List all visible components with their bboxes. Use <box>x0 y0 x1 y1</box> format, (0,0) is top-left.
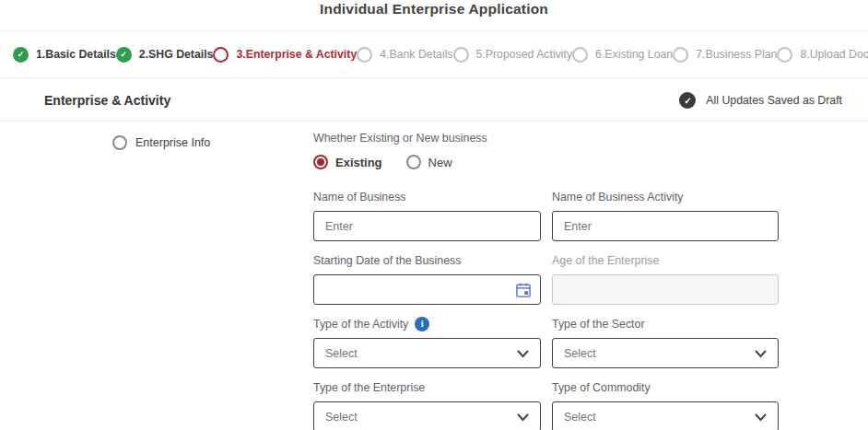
radio-existing[interactable]: Existing <box>313 155 382 169</box>
select-value: Select <box>564 411 596 424</box>
step-label: 1.Basic Details <box>36 48 116 61</box>
radio-new-label: New <box>428 156 452 169</box>
chevron-down-icon <box>517 409 529 425</box>
field-type-of-activity: Type of the Activity i Select <box>313 317 541 368</box>
enterprise-info-radio[interactable]: Enterprise Info <box>112 135 210 150</box>
radio-selected-icon[interactable] <box>313 155 328 169</box>
radio-new[interactable]: New <box>406 155 452 169</box>
step-label: 8.Upload Document <box>800 48 868 61</box>
step-label: 2.SHG Details <box>139 48 214 61</box>
check-circle-icon: ✓ <box>116 47 132 63</box>
select-value: Select <box>325 347 358 360</box>
field-type-of-commodity: Type of Commodity Select <box>552 380 779 430</box>
field-label: Name of Business Activity <box>552 191 684 203</box>
saved-draft-text: All Updates Saved as Draft <box>706 94 842 107</box>
type-of-commodity-select[interactable]: Select <box>552 401 779 430</box>
calendar-icon[interactable] <box>514 281 533 299</box>
field-name-of-business-activity: Name of Business Activity <box>552 190 779 241</box>
field-label: Type of Commodity <box>552 381 651 394</box>
pending-step-circle-icon <box>572 47 588 63</box>
page-header: Individual Enterprise Application <box>0 0 868 30</box>
field-label: Type of the Activity <box>313 318 408 331</box>
field-label: Starting Date of the Business <box>313 254 461 267</box>
fields-grid: Name of Business Name of Business Activi… <box>313 190 780 430</box>
step-basic-details[interactable]: ✓ 1.Basic Details <box>13 47 116 63</box>
chevron-down-icon <box>755 345 767 362</box>
step-label: 6.Existing Loan <box>595 48 673 61</box>
step-existing-loan[interactable]: 6.Existing Loan <box>572 47 673 63</box>
select-value: Select <box>325 411 358 424</box>
select-value: Select <box>564 347 596 360</box>
step-label: 7.Business Plan <box>696 48 777 61</box>
type-of-activity-select[interactable]: Select <box>313 338 541 368</box>
field-type-of-sector: Type of the Sector Select <box>552 317 779 368</box>
stepper: ✓ 1.Basic Details ✓ 2.SHG Details 3.Ente… <box>0 30 868 78</box>
business-type-radio-group: Existing New <box>313 155 780 169</box>
type-of-enterprise-select[interactable]: Select <box>313 401 541 430</box>
radio-unselected-icon[interactable] <box>406 155 421 169</box>
saved-draft-badge: ✓ All Updates Saved as Draft <box>679 92 842 109</box>
enterprise-form: Whether Existing or New business Existin… <box>313 122 780 430</box>
step-label: 3.Enterprise & Activity <box>236 48 357 61</box>
step-label: 4.Bank Details <box>380 48 452 61</box>
check-circle-dark-icon: ✓ <box>679 92 696 109</box>
page-title: Individual Enterprise Application <box>0 1 868 17</box>
chevron-down-icon <box>517 345 529 362</box>
pending-step-circle-icon <box>673 47 688 63</box>
field-name-of-business: Name of Business <box>313 190 541 241</box>
form-content: Enterprise Info Whether Existing or New … <box>0 122 868 430</box>
pending-step-circle-icon <box>357 47 372 63</box>
type-of-sector-select[interactable]: Select <box>552 338 779 368</box>
step-label: 5.Proposed Activity <box>476 48 573 61</box>
chevron-down-icon <box>755 409 767 425</box>
step-upload-document[interactable]: 8.Upload Document <box>777 47 868 63</box>
field-label: Age of the Enterprise <box>552 254 659 267</box>
info-icon[interactable]: i <box>415 317 429 331</box>
name-of-business-input[interactable] <box>313 211 541 241</box>
radio-existing-label: Existing <box>335 156 382 169</box>
section-title: Enterprise & Activity <box>44 93 170 108</box>
check-circle-icon: ✓ <box>13 47 29 63</box>
age-of-enterprise-input <box>552 274 779 305</box>
field-age-of-enterprise: Age of the Enterprise <box>552 253 779 305</box>
pending-step-circle-icon <box>777 47 792 63</box>
step-proposed-activity[interactable]: 5.Proposed Activity <box>453 47 573 63</box>
business-type-label: Whether Existing or New business <box>313 132 780 145</box>
field-label: Name of Business <box>313 191 406 203</box>
step-enterprise-activity[interactable]: 3.Enterprise & Activity <box>213 47 357 63</box>
field-label: Type of the Sector <box>552 318 645 331</box>
starting-date-input[interactable] <box>313 274 541 305</box>
step-bank-details[interactable]: 4.Bank Details <box>357 47 452 63</box>
pending-step-circle-icon <box>453 47 469 63</box>
step-business-plan[interactable]: 7.Business Plan <box>673 47 777 63</box>
enterprise-info-label: Enterprise Info <box>135 136 210 149</box>
step-shg-details[interactable]: ✓ 2.SHG Details <box>116 47 214 63</box>
name-of-business-activity-input[interactable] <box>552 211 779 241</box>
radio-circle-icon[interactable] <box>112 135 127 150</box>
section-header: Enterprise & Activity ✓ All Updates Save… <box>0 78 868 122</box>
field-starting-date: Starting Date of the Business <box>313 253 541 305</box>
field-label: Type of the Enterprise <box>313 381 425 394</box>
field-type-of-enterprise: Type of the Enterprise Select <box>313 380 541 430</box>
active-step-circle-icon <box>213 47 229 63</box>
